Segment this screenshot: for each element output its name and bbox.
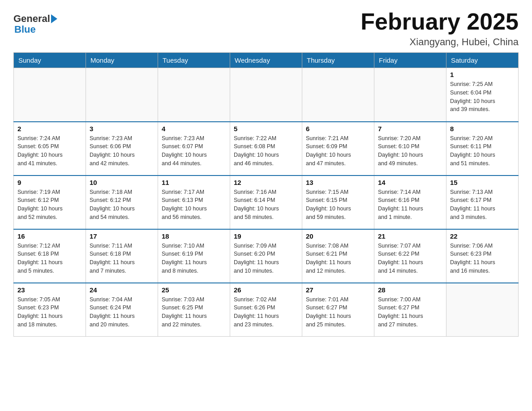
day-info: Sunrise: 7:24 AMSunset: 6:05 PMDaylight:… bbox=[17, 134, 82, 168]
calendar-day-cell: 21Sunrise: 7:07 AMSunset: 6:22 PMDayligh… bbox=[374, 229, 446, 283]
calendar-day-cell: 20Sunrise: 7:08 AMSunset: 6:21 PMDayligh… bbox=[302, 229, 374, 283]
title-block: February 2025 Xiangyang, Hubei, China bbox=[360, 9, 519, 48]
day-info: Sunrise: 7:23 AMSunset: 6:07 PMDaylight:… bbox=[162, 134, 226, 168]
day-number: 15 bbox=[450, 179, 515, 186]
day-info: Sunrise: 7:00 AMSunset: 6:27 PMDaylight:… bbox=[378, 295, 442, 329]
calendar-day-cell: 1Sunrise: 7:25 AMSunset: 6:04 PMDaylight… bbox=[446, 68, 519, 122]
day-number: 13 bbox=[306, 179, 370, 186]
calendar-week-row: 2Sunrise: 7:24 AMSunset: 6:05 PMDaylight… bbox=[14, 122, 519, 176]
calendar-day-cell: 3Sunrise: 7:23 AMSunset: 6:06 PMDaylight… bbox=[86, 122, 158, 176]
day-info: Sunrise: 7:04 AMSunset: 6:24 PMDaylight:… bbox=[90, 295, 154, 329]
day-number: 26 bbox=[234, 286, 298, 294]
day-info: Sunrise: 7:03 AMSunset: 6:25 PMDaylight:… bbox=[162, 295, 226, 329]
day-info: Sunrise: 7:21 AMSunset: 6:09 PMDaylight:… bbox=[306, 134, 370, 168]
day-info: Sunrise: 7:19 AMSunset: 6:12 PMDaylight:… bbox=[17, 188, 82, 222]
day-info: Sunrise: 7:18 AMSunset: 6:12 PMDaylight:… bbox=[90, 188, 154, 222]
calendar-day-cell: 27Sunrise: 7:01 AMSunset: 6:27 PMDayligh… bbox=[302, 283, 374, 337]
day-number: 21 bbox=[378, 232, 442, 240]
day-number: 24 bbox=[90, 286, 154, 294]
day-number: 9 bbox=[17, 179, 82, 186]
day-info: Sunrise: 7:22 AMSunset: 6:08 PMDaylight:… bbox=[234, 134, 298, 168]
calendar-day-cell: 23Sunrise: 7:05 AMSunset: 6:23 PMDayligh… bbox=[14, 283, 86, 337]
calendar-day-cell: 18Sunrise: 7:10 AMSunset: 6:19 PMDayligh… bbox=[158, 229, 230, 283]
day-info: Sunrise: 7:06 AMSunset: 6:23 PMDaylight:… bbox=[450, 242, 515, 275]
day-info: Sunrise: 7:17 AMSunset: 6:13 PMDaylight:… bbox=[162, 188, 226, 222]
day-info: Sunrise: 7:16 AMSunset: 6:14 PMDaylight:… bbox=[234, 188, 298, 222]
day-number: 8 bbox=[450, 125, 515, 133]
day-number: 12 bbox=[234, 179, 298, 186]
calendar-day-cell: 7Sunrise: 7:20 AMSunset: 6:10 PMDaylight… bbox=[374, 122, 446, 176]
day-number: 28 bbox=[378, 286, 442, 294]
page-header: General Blue February 2025 Xiangyang, Hu… bbox=[13, 9, 519, 48]
day-info: Sunrise: 7:07 AMSunset: 6:22 PMDaylight:… bbox=[378, 242, 442, 275]
calendar-day-cell: 5Sunrise: 7:22 AMSunset: 6:08 PMDaylight… bbox=[230, 122, 302, 176]
calendar-header-row: SundayMondayTuesdayWednesdayThursdayFrid… bbox=[14, 53, 519, 68]
day-number: 23 bbox=[17, 286, 82, 294]
day-info: Sunrise: 7:09 AMSunset: 6:20 PMDaylight:… bbox=[234, 242, 298, 275]
day-info: Sunrise: 7:01 AMSunset: 6:27 PMDaylight:… bbox=[306, 295, 370, 329]
calendar-day-cell bbox=[446, 283, 519, 337]
day-number: 22 bbox=[450, 232, 515, 240]
day-number: 6 bbox=[306, 125, 370, 133]
day-number: 1 bbox=[450, 71, 515, 78]
day-of-week-header: Sunday bbox=[14, 53, 86, 68]
day-number: 17 bbox=[90, 232, 154, 240]
day-info: Sunrise: 7:13 AMSunset: 6:17 PMDaylight:… bbox=[450, 188, 515, 222]
logo-general-text: General bbox=[13, 13, 50, 24]
calendar-day-cell: 15Sunrise: 7:13 AMSunset: 6:17 PMDayligh… bbox=[446, 176, 519, 229]
calendar-week-row: 23Sunrise: 7:05 AMSunset: 6:23 PMDayligh… bbox=[14, 283, 519, 337]
day-number: 4 bbox=[162, 125, 226, 133]
day-info: Sunrise: 7:20 AMSunset: 6:10 PMDaylight:… bbox=[378, 134, 442, 168]
calendar-location: Xiangyang, Hubei, China bbox=[360, 36, 519, 48]
calendar-day-cell: 22Sunrise: 7:06 AMSunset: 6:23 PMDayligh… bbox=[446, 229, 519, 283]
day-number: 27 bbox=[306, 286, 370, 294]
calendar-day-cell bbox=[158, 68, 230, 122]
calendar-week-row: 16Sunrise: 7:12 AMSunset: 6:18 PMDayligh… bbox=[14, 229, 519, 283]
calendar-day-cell bbox=[86, 68, 158, 122]
calendar-title: February 2025 bbox=[360, 9, 519, 34]
day-of-week-header: Thursday bbox=[302, 53, 374, 68]
day-number: 18 bbox=[162, 232, 226, 240]
logo-arrow-icon bbox=[51, 14, 57, 23]
calendar-day-cell: 11Sunrise: 7:17 AMSunset: 6:13 PMDayligh… bbox=[158, 176, 230, 229]
calendar-day-cell: 4Sunrise: 7:23 AMSunset: 6:07 PMDaylight… bbox=[158, 122, 230, 176]
calendar-table: SundayMondayTuesdayWednesdayThursdayFrid… bbox=[13, 52, 519, 337]
day-number: 5 bbox=[234, 125, 298, 133]
calendar-day-cell bbox=[230, 68, 302, 122]
day-number: 3 bbox=[90, 125, 154, 133]
day-number: 10 bbox=[90, 179, 154, 186]
calendar-day-cell: 24Sunrise: 7:04 AMSunset: 6:24 PMDayligh… bbox=[86, 283, 158, 337]
calendar-day-cell bbox=[374, 68, 446, 122]
calendar-day-cell: 2Sunrise: 7:24 AMSunset: 6:05 PMDaylight… bbox=[14, 122, 86, 176]
calendar-day-cell: 25Sunrise: 7:03 AMSunset: 6:25 PMDayligh… bbox=[158, 283, 230, 337]
calendar-day-cell: 6Sunrise: 7:21 AMSunset: 6:09 PMDaylight… bbox=[302, 122, 374, 176]
day-info: Sunrise: 7:14 AMSunset: 6:16 PMDaylight:… bbox=[378, 188, 442, 222]
day-info: Sunrise: 7:12 AMSunset: 6:18 PMDaylight:… bbox=[17, 242, 82, 275]
calendar-day-cell: 9Sunrise: 7:19 AMSunset: 6:12 PMDaylight… bbox=[14, 176, 86, 229]
day-of-week-header: Saturday bbox=[446, 53, 519, 68]
day-number: 19 bbox=[234, 232, 298, 240]
calendar-week-row: 1Sunrise: 7:25 AMSunset: 6:04 PMDaylight… bbox=[14, 68, 519, 122]
day-info: Sunrise: 7:15 AMSunset: 6:15 PMDaylight:… bbox=[306, 188, 370, 222]
day-info: Sunrise: 7:11 AMSunset: 6:18 PMDaylight:… bbox=[90, 242, 154, 275]
calendar-day-cell: 8Sunrise: 7:20 AMSunset: 6:11 PMDaylight… bbox=[446, 122, 519, 176]
day-number: 2 bbox=[17, 125, 82, 133]
day-info: Sunrise: 7:10 AMSunset: 6:19 PMDaylight:… bbox=[162, 242, 226, 275]
calendar-day-cell: 16Sunrise: 7:12 AMSunset: 6:18 PMDayligh… bbox=[14, 229, 86, 283]
day-info: Sunrise: 7:02 AMSunset: 6:26 PMDaylight:… bbox=[234, 295, 298, 329]
calendar-day-cell: 10Sunrise: 7:18 AMSunset: 6:12 PMDayligh… bbox=[86, 176, 158, 229]
day-of-week-header: Tuesday bbox=[158, 53, 230, 68]
day-number: 7 bbox=[378, 125, 442, 133]
calendar-day-cell: 12Sunrise: 7:16 AMSunset: 6:14 PMDayligh… bbox=[230, 176, 302, 229]
day-info: Sunrise: 7:05 AMSunset: 6:23 PMDaylight:… bbox=[17, 295, 82, 329]
day-number: 14 bbox=[378, 179, 442, 186]
day-number: 20 bbox=[306, 232, 370, 240]
calendar-day-cell: 14Sunrise: 7:14 AMSunset: 6:16 PMDayligh… bbox=[374, 176, 446, 229]
day-info: Sunrise: 7:20 AMSunset: 6:11 PMDaylight:… bbox=[450, 134, 515, 168]
day-info: Sunrise: 7:25 AMSunset: 6:04 PMDaylight:… bbox=[450, 80, 515, 114]
calendar-day-cell: 19Sunrise: 7:09 AMSunset: 6:20 PMDayligh… bbox=[230, 229, 302, 283]
calendar-day-cell: 17Sunrise: 7:11 AMSunset: 6:18 PMDayligh… bbox=[86, 229, 158, 283]
calendar-day-cell bbox=[14, 68, 86, 122]
day-info: Sunrise: 7:23 AMSunset: 6:06 PMDaylight:… bbox=[90, 134, 154, 168]
calendar-day-cell: 13Sunrise: 7:15 AMSunset: 6:15 PMDayligh… bbox=[302, 176, 374, 229]
